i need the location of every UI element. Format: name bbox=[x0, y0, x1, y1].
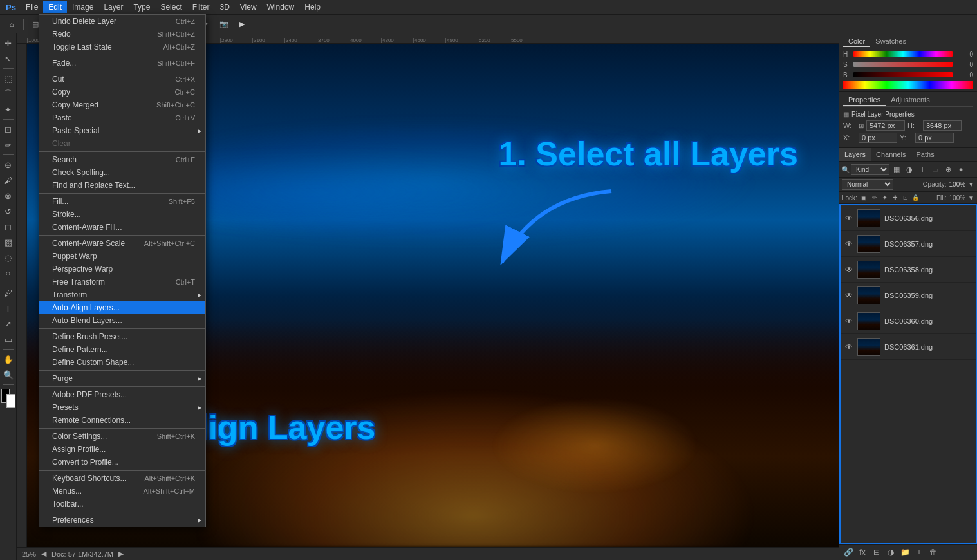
layer-mask-btn[interactable]: ⊟ bbox=[870, 546, 883, 558]
s-slider[interactable] bbox=[853, 62, 953, 67]
layer-link-btn[interactable]: 🔗 bbox=[842, 546, 855, 558]
fg-bg-color-swatch[interactable] bbox=[1, 389, 15, 408]
layer-adjust-icon[interactable]: ◑ bbox=[904, 163, 915, 175]
tool-shape[interactable]: ▭ bbox=[1, 332, 15, 346]
menu-presets[interactable]: Presets bbox=[39, 401, 205, 414]
tab-color[interactable]: Color bbox=[843, 36, 870, 47]
status-arrow-right[interactable]: ▶ bbox=[118, 550, 124, 558]
toolbar-video[interactable]: ▶ bbox=[234, 17, 250, 32]
h-slider[interactable] bbox=[853, 51, 953, 57]
menu-content-aware-fill[interactable]: Content-Aware Fill... bbox=[39, 221, 205, 234]
menu-find-replace[interactable]: Find and Replace Text... bbox=[39, 179, 205, 192]
menu-convert-profile[interactable]: Convert to Profile... bbox=[39, 456, 205, 469]
menu-preferences[interactable]: Preferences bbox=[39, 514, 205, 527]
tool-path-select[interactable]: ↗ bbox=[1, 317, 15, 331]
status-arrow-left[interactable]: ◀ bbox=[41, 550, 46, 558]
b-slider[interactable] bbox=[853, 72, 953, 77]
menu-help[interactable]: Help bbox=[299, 1, 326, 13]
fill-chevron[interactable]: ▼ bbox=[968, 194, 974, 201]
tool-blur[interactable]: ◌ bbox=[1, 250, 15, 265]
tab-paths[interactable]: Paths bbox=[911, 148, 940, 161]
background-color[interactable] bbox=[6, 394, 15, 408]
layer-type-icon[interactable]: T bbox=[917, 163, 928, 175]
tool-hand[interactable]: ✋ bbox=[1, 352, 15, 366]
menu-puppet-warp[interactable]: Puppet Warp bbox=[39, 250, 205, 263]
s-value[interactable]: 0 bbox=[955, 61, 973, 68]
menu-pdf-presets[interactable]: Adobe PDF Presets... bbox=[39, 388, 205, 401]
tool-lasso[interactable]: ⌒ bbox=[1, 87, 15, 101]
menu-check-spelling[interactable]: Check Spelling... bbox=[39, 166, 205, 179]
tool-eraser[interactable]: ◻ bbox=[1, 219, 15, 234]
menu-layer[interactable]: Layer bbox=[98, 1, 128, 13]
layer-item-2[interactable]: 👁 DSC06358.dng bbox=[841, 257, 976, 283]
menu-purge[interactable]: Purge bbox=[39, 372, 205, 385]
layer-delete-btn[interactable]: 🗑 bbox=[927, 546, 940, 558]
menu-fade[interactable]: Fade... Shift+Ctrl+F bbox=[39, 57, 205, 70]
menu-toolbar[interactable]: Toolbar... bbox=[39, 498, 205, 510]
menu-perspective-warp[interactable]: Perspective Warp bbox=[39, 263, 205, 275]
tool-gradient[interactable]: ▨ bbox=[1, 235, 15, 249]
layer-eye-4[interactable]: 👁 bbox=[843, 315, 855, 327]
tool-history-brush[interactable]: ↺ bbox=[1, 204, 15, 218]
tool-crop[interactable]: ⊡ bbox=[1, 122, 15, 136]
h-value-prop[interactable]: 3648 px bbox=[923, 120, 962, 131]
opacity-chevron[interactable]: ▼ bbox=[968, 181, 974, 188]
menu-select[interactable]: Select bbox=[155, 1, 187, 13]
layer-eye-0[interactable]: 👁 bbox=[843, 212, 855, 224]
menu-content-aware-scale[interactable]: Content-Aware Scale Alt+Shift+Ctrl+C bbox=[39, 237, 205, 250]
menu-copy[interactable]: Copy Ctrl+C bbox=[39, 86, 205, 98]
menu-cut[interactable]: Cut Ctrl+X bbox=[39, 73, 205, 86]
tool-arrow[interactable]: ↖ bbox=[1, 51, 15, 66]
color-spectrum[interactable] bbox=[843, 81, 973, 89]
layer-item-0[interactable]: 👁 DSC06356.dng bbox=[841, 205, 976, 231]
menu-type[interactable]: Type bbox=[128, 1, 155, 13]
menu-paste-special[interactable]: Paste Special bbox=[39, 124, 205, 137]
menu-toggle-state[interactable]: Toggle Last State Alt+Ctrl+Z bbox=[39, 41, 205, 53]
toolbar-home-btn[interactable]: ⌂ bbox=[4, 17, 19, 32]
menu-menus[interactable]: Menus... Alt+Shift+Ctrl+M bbox=[39, 485, 205, 498]
tool-magic-wand[interactable]: ✦ bbox=[1, 102, 15, 117]
lock-position[interactable]: ✚ bbox=[891, 193, 900, 202]
lock-artboard2[interactable]: ⊡ bbox=[901, 193, 910, 202]
layer-fx-btn[interactable]: fx bbox=[856, 546, 869, 558]
tool-marquee[interactable]: ⬚ bbox=[1, 71, 15, 86]
menu-keyboard-shortcuts[interactable]: Keyboard Shortcuts... Alt+Shift+Ctrl+K bbox=[39, 472, 205, 485]
menu-filter[interactable]: Filter bbox=[187, 1, 215, 13]
layer-adjust-btn[interactable]: ◑ bbox=[884, 546, 897, 558]
menu-3d[interactable]: 3D bbox=[214, 1, 234, 13]
menu-paste[interactable]: Paste Ctrl+V bbox=[39, 111, 205, 124]
layer-item-5[interactable]: 👁 DSC06361.dng bbox=[841, 334, 976, 360]
layer-eye-1[interactable]: 👁 bbox=[843, 238, 855, 250]
menu-edit[interactable]: Edit bbox=[43, 1, 67, 13]
tab-swatches[interactable]: Swatches bbox=[870, 36, 911, 47]
menu-clear[interactable]: Clear bbox=[39, 137, 205, 150]
menu-undo[interactable]: Undo Delete Layer Ctrl+Z bbox=[39, 15, 205, 28]
tool-brush[interactable]: 🖌 bbox=[1, 173, 15, 187]
menu-color-settings[interactable]: Color Settings... Shift+Ctrl+K bbox=[39, 430, 205, 443]
menu-assign-profile[interactable]: Assign Profile... bbox=[39, 443, 205, 456]
tab-properties[interactable]: Properties bbox=[843, 95, 886, 106]
lock-paint[interactable]: ✏ bbox=[870, 193, 879, 202]
layers-kind-select[interactable]: Kind bbox=[851, 164, 889, 175]
layer-smart-icon[interactable]: ⊕ bbox=[942, 163, 954, 175]
w-value[interactable]: 5472 px bbox=[866, 120, 905, 131]
menu-define-shape[interactable]: Define Custom Shape... bbox=[39, 356, 205, 369]
menu-remote-connections[interactable]: Remote Connections... bbox=[39, 414, 205, 427]
tool-eyedropper[interactable]: ✏ bbox=[1, 138, 15, 152]
menu-window[interactable]: Window bbox=[262, 1, 300, 13]
lock-transparency[interactable]: ▣ bbox=[860, 193, 869, 202]
menu-transform[interactable]: Transform bbox=[39, 288, 205, 301]
menu-view[interactable]: View bbox=[235, 1, 262, 13]
layer-item-1[interactable]: 👁 DSC06357.dng bbox=[841, 231, 976, 257]
tab-adjustments[interactable]: Adjustments bbox=[886, 95, 935, 106]
y-value[interactable]: 0 px bbox=[915, 133, 954, 143]
layer-item-3[interactable]: 👁 DSC06359.dng bbox=[841, 283, 976, 308]
layer-new-btn[interactable]: + bbox=[913, 546, 926, 558]
tool-text[interactable]: T bbox=[1, 301, 15, 315]
tool-spot-heal[interactable]: ⊕ bbox=[1, 158, 15, 172]
tool-stamp[interactable]: ⊗ bbox=[1, 189, 15, 203]
tool-move[interactable]: ✛ bbox=[1, 36, 15, 50]
menu-search[interactable]: Search Ctrl+F bbox=[39, 153, 205, 166]
b-value[interactable]: 0 bbox=[955, 71, 973, 79]
fill-value[interactable]: 100% bbox=[949, 194, 966, 201]
